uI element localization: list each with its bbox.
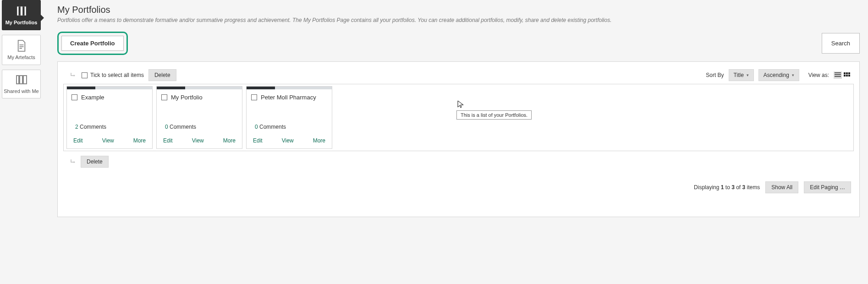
card-view-link[interactable]: View xyxy=(102,137,114,144)
card-checkbox[interactable] xyxy=(161,94,167,100)
card-comments: 0 Comments xyxy=(157,124,242,134)
card-edit-link[interactable]: Edit xyxy=(163,137,173,144)
nav-label: Shared with Me xyxy=(3,88,39,95)
card-comments-count: 0 xyxy=(165,124,168,130)
arrow-icon xyxy=(70,158,76,165)
svg-rect-3 xyxy=(16,76,27,84)
below-cards-toolbar: Delete xyxy=(70,156,854,168)
svg-rect-11 xyxy=(848,75,850,76)
svg-rect-6 xyxy=(844,72,846,74)
sort-field-value: Title xyxy=(734,72,744,78)
card-more-link[interactable]: More xyxy=(133,137,146,144)
delete-bottom-button[interactable]: Delete xyxy=(81,156,109,168)
card-view-link[interactable]: View xyxy=(282,137,294,144)
card-comments-word: Comments xyxy=(259,124,286,130)
nav-my-artefacts[interactable]: My Artefacts xyxy=(2,35,41,65)
toolbar: Create Portfolio Search xyxy=(57,32,860,55)
paging-row: Displaying 1 to 3 of 3 items Show All Ed… xyxy=(63,181,854,193)
sort-by-label: Sort By xyxy=(706,72,724,78)
card-edit-link[interactable]: Edit xyxy=(73,137,83,144)
shared-icon xyxy=(3,75,39,86)
delete-top-button[interactable]: Delete xyxy=(148,69,176,81)
list-toolbar: Tick to select all items Delete Sort By … xyxy=(63,69,854,84)
nav-my-portfolios[interactable]: My Portfolios xyxy=(2,0,41,30)
page-header: My Portfolios Portfolios offer a means t… xyxy=(57,5,860,23)
card-edit-link[interactable]: Edit xyxy=(253,137,263,144)
page-description: Portfolios offer a means to demonstrate … xyxy=(57,17,860,23)
search-button[interactable]: Search xyxy=(822,33,860,54)
view-as-grid-icon[interactable] xyxy=(843,71,851,79)
sort-direction-value: Ascending xyxy=(764,72,789,78)
card-comments-word: Comments xyxy=(80,124,106,130)
svg-rect-8 xyxy=(848,72,850,74)
main-content: My Portfolios Portfolios offer a means t… xyxy=(44,0,868,231)
portfolio-card: My Portfolio 0 Comments Edit View More xyxy=(156,86,242,149)
document-icon xyxy=(3,40,39,52)
card-comments-count: 0 xyxy=(255,124,258,130)
nav-shared-with-me[interactable]: Shared with Me xyxy=(2,70,41,99)
select-all-checkbox[interactable] xyxy=(82,72,88,78)
select-all[interactable]: Tick to select all items xyxy=(82,72,144,78)
card-comments-word: Comments xyxy=(170,124,196,130)
select-all-label-text: Tick to select all items xyxy=(90,72,144,78)
paging-prefix: Displaying xyxy=(694,184,721,191)
sort-direction-dropdown[interactable]: Ascending ▾ xyxy=(758,69,799,81)
svg-rect-4 xyxy=(18,76,20,84)
portfolio-icon xyxy=(3,5,39,17)
view-as-list-icon[interactable] xyxy=(834,71,842,79)
page-title: My Portfolios xyxy=(57,5,860,15)
svg-rect-1 xyxy=(18,6,20,16)
view-as-label: View as: xyxy=(808,72,829,78)
svg-rect-2 xyxy=(22,6,24,16)
paging-suffix: items xyxy=(745,184,760,191)
tooltip: This is a list of your Portfolios. xyxy=(456,110,532,120)
paging-summary: Displaying 1 to 3 of 3 items xyxy=(694,184,760,191)
card-checkbox[interactable] xyxy=(251,94,257,100)
edit-paging-button[interactable]: Edit Paging … xyxy=(804,181,851,193)
card-comments: 0 Comments xyxy=(247,124,332,134)
view-as-toggle xyxy=(834,71,851,79)
chevron-down-icon: ▾ xyxy=(792,73,794,77)
paging-to-word: to xyxy=(724,184,731,191)
portfolio-card: Example 2 Comments Edit View More xyxy=(66,86,153,149)
svg-rect-10 xyxy=(846,75,848,76)
card-comments-count: 2 xyxy=(75,124,78,130)
card-comments: 2 Comments xyxy=(67,124,152,134)
portfolio-card: Peter Moll Pharmacy 0 Comments Edit View… xyxy=(246,86,332,149)
arrow-icon xyxy=(70,72,76,78)
svg-rect-5 xyxy=(22,76,24,84)
create-portfolio-highlight: Create Portfolio xyxy=(57,32,128,55)
show-all-button[interactable]: Show All xyxy=(765,181,798,193)
svg-rect-7 xyxy=(846,72,848,74)
portfolio-list-panel: Tick to select all items Delete Sort By … xyxy=(57,61,860,217)
nav-label: My Artefacts xyxy=(3,55,39,61)
chevron-down-icon: ▾ xyxy=(747,73,749,77)
paging-of-word: of xyxy=(735,184,742,191)
card-more-link[interactable]: More xyxy=(223,137,236,144)
sidebar: My Portfolios My Artefacts Shared with M… xyxy=(0,0,44,231)
card-more-link[interactable]: More xyxy=(313,137,325,144)
sort-field-dropdown[interactable]: Title ▾ xyxy=(729,69,754,81)
card-checkbox[interactable] xyxy=(71,94,77,100)
nav-label: My Portfolios xyxy=(3,20,39,26)
paging-to: 3 xyxy=(731,184,735,191)
card-title: My Portfolio xyxy=(171,94,203,101)
create-portfolio-button[interactable]: Create Portfolio xyxy=(61,36,124,51)
card-title: Example xyxy=(81,94,104,101)
card-view-link[interactable]: View xyxy=(192,137,204,144)
svg-rect-9 xyxy=(844,75,846,76)
svg-rect-0 xyxy=(17,6,26,16)
card-title: Peter Moll Pharmacy xyxy=(261,94,316,101)
